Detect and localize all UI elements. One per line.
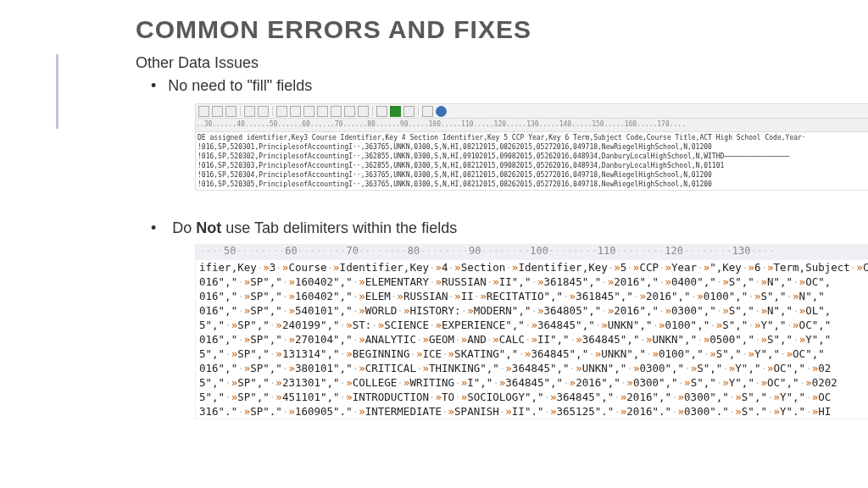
bullet-tabs-post: use Tab delimiters within the fields (221, 219, 457, 236)
code-line: !016,SP,520301,PrinciplesofAccountingI··… (198, 142, 868, 152)
bullet-fill: No need to "fill" fields (151, 77, 834, 95)
separator (240, 106, 241, 116)
tool-icon (344, 106, 355, 117)
bullet-tabs-pre: Do (172, 219, 196, 236)
ruler-2: ····50········60········70········80····… (196, 245, 868, 260)
code-line: !016,SP,520305,PrinciplesofAccountingI··… (198, 180, 868, 189)
zoom-out-icon (331, 106, 342, 117)
code-line: 016","·»SP","·»380101","·»CRITICAL·»THIN… (199, 361, 868, 375)
separator (418, 106, 419, 116)
code-line: !016,SP,520303,PrinciplesofAccountingI··… (198, 161, 868, 170)
code-line: 316"."·»SP"."·»160905"."·»INTERMEDIATE·»… (199, 404, 868, 419)
code-line: !016,SP,520304,PrinciplesofAccountingI··… (198, 170, 868, 180)
tool-icon (358, 106, 369, 117)
code-line: ifier,Key·»3·»Course·»Identifier,Key·»4·… (199, 260, 868, 274)
bullet-tabs-bold: Not (196, 219, 221, 236)
code-line: 016","·»SP","·»270104","·»ANALYTIC·»GEOM… (199, 332, 868, 347)
separator (272, 106, 273, 116)
page-title: COMMON ERRORS AND FIXES (136, 15, 834, 44)
subheading: Other Data Issues (136, 54, 834, 72)
help-icon (436, 106, 447, 117)
stop-icon (403, 106, 415, 117)
copy-icon (212, 106, 223, 117)
code-block-1: DE assigned identifier,Key3 Course Ident… (195, 132, 868, 191)
bullet-tabs: Do Not use Tab delimiters within the fie… (151, 219, 834, 237)
ruler-1: ..30......40......50......60......70....… (195, 119, 868, 132)
code-line: 5","·»SP","·»240199","·»ST:·»SCIENCE·»EX… (199, 318, 868, 332)
zoom-in-icon (317, 106, 328, 117)
replace-icon (290, 106, 301, 117)
code-line: 016","·»SP","·»160402","·»ELEM·»RUSSIAN·… (199, 289, 868, 303)
code-line: 016","·»SP","·»160402","·»ELEMENTARY·»RU… (199, 274, 868, 289)
paste-icon (225, 106, 236, 117)
run-icon (390, 106, 401, 117)
bullet-fill-text: No need to "fill" fields (168, 77, 312, 94)
code-line: 5","·»SP","·»131314","·»BEGINNING·»ICE·»… (199, 347, 868, 361)
editor-screenshot-2: ····50········60········70········80····… (195, 244, 868, 419)
code-line: 016","·»SP","·»540101","·»WORLD·»HISTORY… (199, 303, 868, 318)
code-block-2: ifier,Key·»3·»Course·»Identifier,Key·»4·… (196, 260, 868, 419)
separator (372, 106, 373, 116)
code-line: !016,SP,520302,PrinciplesofAccountingI··… (198, 152, 868, 161)
code-line: 5","·»SP","·»451101","·»INTRODUCTION·»TO… (199, 390, 868, 404)
redo-icon (258, 106, 269, 117)
editor-screenshot-1: ..30......40......50......60......70....… (195, 103, 868, 191)
code-line: 5","·»SP","·»231301","·»COLLEGE·»WRITING… (199, 375, 868, 390)
search-icon (303, 106, 314, 117)
accent-bar (56, 54, 58, 129)
toolbar (195, 103, 868, 119)
code-line: DE assigned identifier,Key3 Course Ident… (198, 133, 868, 142)
gear-icon (422, 106, 433, 117)
slide: COMMON ERRORS AND FIXES Other Data Issue… (0, 0, 868, 488)
undo-icon (244, 106, 255, 117)
cut-icon (198, 106, 209, 117)
find-icon (276, 106, 287, 117)
macro-icon (376, 106, 387, 117)
